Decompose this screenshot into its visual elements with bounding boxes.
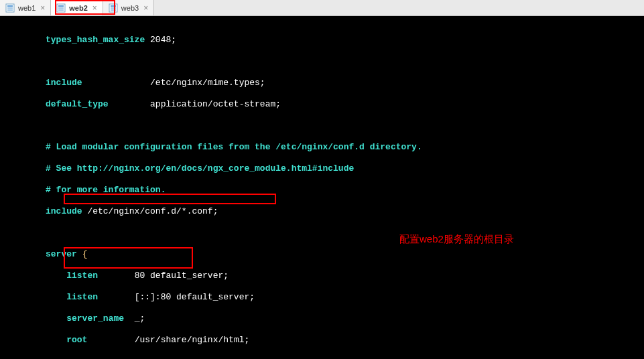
tab-label: web3: [121, 4, 139, 12]
code-line: server_name _;: [46, 313, 644, 324]
tab-web3[interactable]: web3 ×: [103, 0, 154, 15]
tab-label: web2: [69, 4, 88, 12]
code-line: root /usr/share/nginx/html;: [46, 335, 644, 346]
svg-rect-1: [7, 5, 13, 7]
code-line: # See http://nginx.org/en/docs/ngx_core_…: [46, 163, 644, 174]
code-line: types_hash_max_size 2048;: [46, 35, 644, 46]
file-icon: [5, 3, 15, 13]
tab-label: web1: [18, 4, 36, 12]
close-icon[interactable]: ×: [39, 3, 46, 13]
code-line: # for more information.: [46, 185, 644, 196]
code-line: listen [::]:80 default_server;: [46, 292, 644, 303]
svg-rect-3: [7, 9, 13, 11]
code-line: server {: [46, 249, 644, 260]
tab-bar: web1 × web2 × web3 ×: [0, 0, 644, 16]
close-icon[interactable]: ×: [91, 3, 99, 13]
code-line: listen 80 default_server;: [46, 271, 644, 281]
svg-rect-5: [58, 5, 64, 7]
svg-rect-2: [7, 7, 13, 9]
svg-rect-6: [58, 7, 64, 9]
svg-rect-10: [111, 7, 116, 9]
editor-area[interactable]: types_hash_max_size 2048; include /etc/n…: [0, 16, 644, 359]
file-icon: [109, 3, 118, 13]
annotation-text: 配置web2服务器的根目录: [399, 233, 514, 246]
code-line: [46, 228, 644, 238]
code-line: default_type application/octet-stream;: [46, 99, 644, 110]
tab-web1[interactable]: web1 ×: [0, 0, 51, 15]
code-line: include /etc/nginx/mime.types;: [46, 78, 644, 88]
close-icon[interactable]: ×: [142, 3, 149, 13]
svg-rect-7: [58, 9, 64, 11]
code-line: [46, 121, 644, 131]
code-line: [46, 56, 644, 67]
code-line: # Load modular configuration files from …: [46, 142, 644, 153]
code-line: [46, 356, 644, 359]
code-line: include /etc/nginx/conf.d/*.conf;: [46, 206, 644, 217]
file-icon: [56, 3, 66, 13]
svg-rect-9: [111, 5, 116, 7]
svg-rect-11: [111, 9, 116, 11]
tab-web2[interactable]: web2 ×: [51, 0, 103, 15]
